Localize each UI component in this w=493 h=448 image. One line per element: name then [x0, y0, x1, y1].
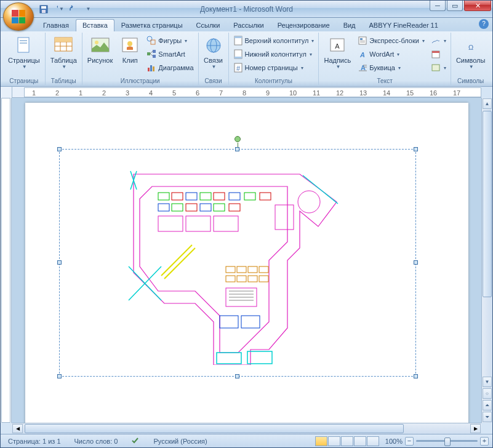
scroll-down-button[interactable]: ▼: [483, 377, 492, 387]
status-words[interactable]: Число слов: 0: [71, 438, 122, 445]
svg-rect-55: [200, 193, 211, 200]
view-web-layout[interactable]: [341, 436, 353, 446]
resize-handle-tr[interactable]: [414, 147, 418, 151]
resize-handle-ml[interactable]: [57, 260, 62, 265]
picture-button[interactable]: Рисунок: [84, 34, 116, 66]
office-button[interactable]: [3, 2, 34, 31]
document-page[interactable]: [25, 103, 468, 423]
group-illustrations: Рисунок Клип Фигуры▾ SmartArt Диаграмма …: [82, 33, 199, 85]
svg-rect-58: [244, 193, 255, 200]
pages-button[interactable]: Страницы▼: [5, 34, 43, 71]
smartart-button[interactable]: SmartArt: [144, 47, 196, 61]
maximize-button[interactable]: ▭: [447, 1, 463, 11]
qat-customize[interactable]: ▼: [82, 3, 94, 15]
zoom-in-button[interactable]: +: [480, 437, 489, 446]
page-canvas[interactable]: [12, 98, 481, 423]
svg-text:A: A: [359, 51, 365, 58]
zoom-slider[interactable]: [416, 440, 478, 442]
next-page-button[interactable]: ⏷: [483, 412, 492, 422]
wordart-icon: A: [358, 49, 367, 59]
svg-rect-18: [147, 52, 150, 55]
resize-handle-br[interactable]: [414, 374, 418, 378]
svg-rect-40: [360, 42, 365, 42]
tab-insert[interactable]: Вставка: [76, 19, 114, 31]
shapes-icon: [146, 36, 156, 46]
horizontal-scrollbar[interactable]: ◀ ▶: [12, 423, 481, 434]
scroll-thumb-h[interactable]: [25, 424, 404, 433]
rotation-handle[interactable]: [234, 136, 241, 142]
chart-button[interactable]: Диаграмма: [144, 61, 196, 74]
symbols-button[interactable]: Ω Символы▼: [453, 34, 489, 71]
group-symbols: Ω Символы▼ Символы: [451, 33, 491, 85]
footer-button[interactable]: Нижний колонтитул▾: [231, 47, 317, 61]
minimize-button[interactable]: ─: [430, 1, 446, 11]
status-language[interactable]: Русский (Россия): [150, 438, 210, 445]
resize-handle-bl[interactable]: [57, 374, 62, 378]
view-full-screen[interactable]: [328, 436, 340, 446]
links-button[interactable]: Связи▼: [201, 34, 226, 71]
tab-references[interactable]: Ссылки: [190, 19, 227, 31]
tab-abbyy[interactable]: ABBYY FineReader 11: [363, 19, 445, 31]
textbox-button[interactable]: A Надпись▼: [321, 34, 354, 71]
svg-rect-82: [220, 316, 238, 328]
svg-rect-24: [150, 65, 152, 71]
inserted-image[interactable]: [127, 168, 355, 365]
vertical-ruler[interactable]: [1, 98, 12, 423]
resize-handle-bm[interactable]: [235, 374, 239, 378]
tab-mailings[interactable]: Рассылки: [226, 19, 270, 31]
redo-button[interactable]: [67, 3, 79, 15]
svg-rect-3: [18, 38, 29, 52]
svg-rect-38: [360, 38, 363, 40]
scroll-left-button[interactable]: ◀: [12, 424, 23, 433]
resize-handle-tl[interactable]: [57, 147, 62, 151]
scroll-right-button[interactable]: ▶: [470, 424, 481, 433]
horizontal-ruler[interactable]: 121234567891011121314151617: [12, 87, 481, 98]
zoom-out-button[interactable]: −: [405, 437, 414, 446]
resize-handle-tm[interactable]: [235, 147, 239, 151]
help-button[interactable]: ?: [479, 19, 489, 29]
close-button[interactable]: ✕: [464, 1, 491, 11]
tab-home[interactable]: Главная: [36, 19, 76, 31]
titlebar: ▼ ▼ Документ1 - Microsoft Word ─ ▭ ✕: [1, 1, 492, 18]
view-draft[interactable]: [367, 436, 379, 446]
svg-rect-67: [186, 216, 210, 231]
svg-rect-59: [260, 193, 271, 200]
save-button[interactable]: [38, 3, 49, 15]
wordart-button[interactable]: AWordArt▾: [355, 47, 427, 61]
scroll-thumb-v[interactable]: [483, 111, 492, 297]
resize-handle-mr[interactable]: [414, 260, 418, 265]
header-button[interactable]: Верхний колонтитул▾: [231, 34, 317, 47]
undo-button[interactable]: ▼: [52, 3, 64, 15]
vertical-scrollbar[interactable]: ▲ ▼ ○ ⏶ ⏷: [481, 98, 492, 423]
table-button[interactable]: Таблица▼: [47, 34, 80, 71]
tab-view[interactable]: Вид: [337, 19, 363, 31]
quickparts-button[interactable]: Экспресс-блоки▾: [355, 34, 427, 47]
selected-object-frame[interactable]: [59, 149, 416, 377]
textbox-icon: A: [327, 36, 347, 55]
view-outline[interactable]: [354, 436, 366, 446]
header-icon: [233, 36, 243, 46]
tab-layout[interactable]: Разметка страницы: [114, 19, 190, 31]
datetime-button[interactable]: [428, 47, 449, 61]
zoom-level[interactable]: 100%: [385, 438, 403, 445]
svg-rect-5: [20, 42, 27, 44]
scroll-up-button[interactable]: ▲: [483, 98, 492, 109]
svg-rect-72: [259, 266, 268, 273]
dropcap-button[interactable]: AБуквица▾: [355, 61, 427, 74]
omega-icon: Ω: [461, 36, 481, 55]
status-page[interactable]: Страница: 1 из 1: [4, 438, 65, 445]
status-proofing-icon[interactable]: [127, 436, 143, 446]
view-print-layout[interactable]: [315, 436, 327, 446]
prev-page-button[interactable]: ⏶: [483, 400, 492, 410]
clip-button[interactable]: Клип: [117, 34, 143, 66]
svg-rect-51: [217, 353, 241, 364]
signature-button[interactable]: ▾: [428, 34, 449, 47]
svg-point-13: [95, 41, 98, 44]
tab-review[interactable]: Рецензирование: [271, 19, 337, 31]
object-button[interactable]: ▾: [428, 61, 449, 74]
svg-text:#: #: [236, 65, 240, 72]
browse-object-button[interactable]: ○: [483, 388, 492, 399]
pagenum-button[interactable]: #Номер страницы▾: [231, 61, 317, 74]
shapes-button[interactable]: Фигуры▾: [144, 34, 196, 47]
svg-rect-65: [229, 204, 240, 211]
